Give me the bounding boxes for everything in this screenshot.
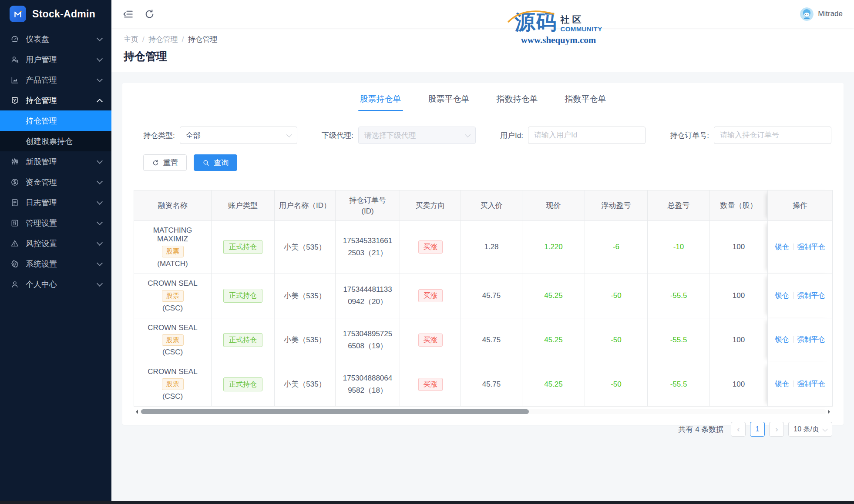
cell-stock-name: CROWN SEAL股票(CSC) bbox=[134, 362, 212, 407]
chevron-down-icon bbox=[822, 426, 828, 432]
sidebar-item-label: 资金管理 bbox=[26, 177, 98, 187]
scroll-left-arrow-icon[interactable] bbox=[134, 410, 138, 414]
collapse-sidebar-icon[interactable] bbox=[123, 9, 134, 20]
query-button[interactable]: 查询 bbox=[194, 154, 237, 171]
current-page-button[interactable]: 1 bbox=[750, 422, 765, 437]
order-no-input[interactable] bbox=[714, 127, 831, 144]
user-id-field[interactable] bbox=[534, 131, 639, 140]
action-divider bbox=[793, 292, 793, 299]
force-close-link[interactable]: 强制平仓 bbox=[797, 292, 825, 299]
sidebar-item-fund-management[interactable]: 资金管理 bbox=[0, 172, 111, 192]
sidebar-item-label: 新股管理 bbox=[26, 157, 98, 167]
candlestick-icon bbox=[10, 157, 19, 166]
column-header: 数量（股） bbox=[710, 190, 768, 221]
breadcrumb-item[interactable]: 持仓管理 bbox=[148, 34, 178, 44]
sidebar-item-risk-settings[interactable]: 风控设置 bbox=[0, 233, 111, 254]
cell-quantity: 100 bbox=[710, 274, 768, 318]
chevron-down-icon bbox=[465, 132, 471, 137]
positions-table-wrap: 融资名称账户类型用户名称（ID）持仓订单号(ID)买卖方向买入价现价浮动盈亏总盈… bbox=[134, 190, 832, 407]
select-value: 全部 bbox=[186, 130, 201, 140]
stock-code: (CSC) bbox=[138, 348, 207, 357]
column-header: 现价 bbox=[522, 190, 585, 221]
breadcrumb-item[interactable]: 主页 bbox=[124, 34, 138, 44]
scrollbar-track[interactable] bbox=[140, 409, 826, 414]
positions-table: 融资名称账户类型用户名称（ID）持仓订单号(ID)买卖方向买入价现价浮动盈亏总盈… bbox=[134, 190, 833, 407]
sidebar-item-label: 持仓管理 bbox=[26, 95, 98, 106]
sidebar-item-dashboard[interactable]: 仪表盘 bbox=[0, 29, 111, 49]
account-type-tag: 正式持仓 bbox=[223, 377, 262, 391]
cell-order-no: 1753048957256508（19） bbox=[336, 318, 400, 362]
sub-agent-select[interactable]: 请选择下级代理 bbox=[358, 127, 476, 144]
sidebar-item-profile-center[interactable]: 个人中心 bbox=[0, 274, 111, 294]
content-area: 股票持仓单股票平仓单指数持仓单指数平仓单 持仓类型:全部下级代理:请选择下级代理… bbox=[111, 72, 854, 501]
lock-position-link[interactable]: 锁仓 bbox=[775, 292, 789, 299]
tab-index-closed-orders[interactable]: 指数平仓单 bbox=[563, 92, 608, 111]
user-avatar[interactable] bbox=[800, 7, 814, 21]
cell-actions: 锁仓强制平仓 bbox=[768, 221, 833, 274]
page-title: 持仓管理 bbox=[124, 49, 842, 63]
tabs-bar: 股票持仓单股票平仓单指数持仓单指数平仓单 bbox=[134, 83, 832, 111]
sidebar-item-label: 仪表盘 bbox=[26, 34, 98, 44]
force-close-link[interactable]: 强制平仓 bbox=[797, 336, 825, 343]
user-id-input[interactable] bbox=[528, 127, 646, 144]
user-search-icon bbox=[10, 55, 19, 64]
scrollbar-thumb[interactable] bbox=[141, 409, 529, 414]
cell-floating-pl: -50 bbox=[585, 274, 648, 318]
lock-position-link[interactable]: 锁仓 bbox=[775, 243, 789, 250]
chart-icon bbox=[10, 76, 19, 84]
chevron-down-icon bbox=[97, 280, 103, 286]
horizontal-scrollbar bbox=[134, 409, 832, 414]
sidebar-item-new-stock-management[interactable]: 新股管理 bbox=[0, 151, 111, 172]
cell-quantity: 100 bbox=[710, 221, 768, 274]
cell-order-no: 1753444811330942（20） bbox=[336, 274, 400, 318]
cell-account-type: 正式持仓 bbox=[212, 362, 275, 407]
app-logo[interactable]: Stock-Admin bbox=[0, 0, 111, 28]
next-page-button[interactable]: › bbox=[769, 422, 784, 437]
cell-actions: 锁仓强制平仓 bbox=[768, 318, 833, 362]
cell-total-pl: -55.5 bbox=[648, 274, 710, 318]
reset-button[interactable]: 重置 bbox=[143, 154, 187, 171]
sidebar-item-product-management[interactable]: 产品管理 bbox=[0, 70, 111, 90]
cell-current-price: 45.25 bbox=[522, 362, 585, 407]
table-row: CROWN SEAL股票(CSC)正式持仓小美（535）175304888064… bbox=[134, 362, 833, 407]
column-header: 浮动盈亏 bbox=[585, 190, 648, 221]
filter-group-order-no: 持仓订单号: bbox=[670, 127, 831, 144]
chevron-down-icon bbox=[97, 55, 103, 61]
reset-icon bbox=[152, 159, 159, 167]
filter-label-order-no: 持仓订单号: bbox=[670, 130, 709, 140]
action-divider bbox=[793, 244, 793, 250]
sidebar-item-admin-settings[interactable]: 管理设置 bbox=[0, 213, 111, 233]
lock-position-link[interactable]: 锁仓 bbox=[775, 336, 789, 343]
prev-page-button[interactable]: ‹ bbox=[731, 422, 746, 437]
table-row: CROWN SEAL股票(CSC)正式持仓小美（535）175344481133… bbox=[134, 274, 833, 318]
search-icon bbox=[202, 159, 210, 167]
lock-position-link[interactable]: 锁仓 bbox=[775, 380, 789, 387]
filter-label-position-type: 持仓类型: bbox=[143, 130, 175, 140]
sidebar-item-user-management[interactable]: 用户管理 bbox=[0, 49, 111, 70]
sidebar-subitem-create-stock-position[interactable]: 创建股票持仓 bbox=[0, 131, 111, 151]
account-type-tag: 正式持仓 bbox=[223, 333, 262, 347]
sidebar-subitem-position-management-list[interactable]: 持仓管理 bbox=[0, 110, 111, 131]
position-type-select[interactable]: 全部 bbox=[180, 127, 297, 144]
dollar-circle-icon bbox=[10, 178, 19, 187]
tab-stock-open-orders[interactable]: 股票持仓单 bbox=[358, 92, 403, 111]
column-header: 买卖方向 bbox=[400, 190, 461, 221]
person-icon bbox=[10, 280, 19, 289]
username[interactable]: Mitrade bbox=[818, 10, 843, 18]
tab-index-open-orders[interactable]: 指数持仓单 bbox=[495, 92, 540, 111]
sidebar-item-system-settings[interactable]: 系统设置 bbox=[0, 254, 111, 274]
scroll-right-arrow-icon[interactable] bbox=[828, 410, 832, 414]
column-header: 账户类型 bbox=[212, 190, 275, 221]
cell-floating-pl: -6 bbox=[585, 221, 648, 274]
cell-stock-name: CROWN SEAL股票(CSC) bbox=[134, 318, 212, 362]
refresh-icon[interactable] bbox=[144, 9, 155, 20]
tab-stock-closed-orders[interactable]: 股票平仓单 bbox=[427, 92, 471, 111]
sidebar: Stock-Admin 仪表盘用户管理产品管理持仓管理持仓管理创建股票持仓新股管… bbox=[0, 0, 111, 501]
force-close-link[interactable]: 强制平仓 bbox=[797, 243, 825, 250]
table-row: MATCHING MAXIMIZ股票(MATCH)正式持仓小美（535）1753… bbox=[134, 221, 833, 274]
page-size-select[interactable]: 10 条/页 bbox=[788, 422, 832, 437]
sidebar-item-log-management[interactable]: 日志管理 bbox=[0, 192, 111, 213]
order-no-field[interactable] bbox=[720, 131, 825, 140]
sidebar-item-position-management[interactable]: 持仓管理 bbox=[0, 90, 111, 110]
force-close-link[interactable]: 强制平仓 bbox=[797, 380, 825, 387]
